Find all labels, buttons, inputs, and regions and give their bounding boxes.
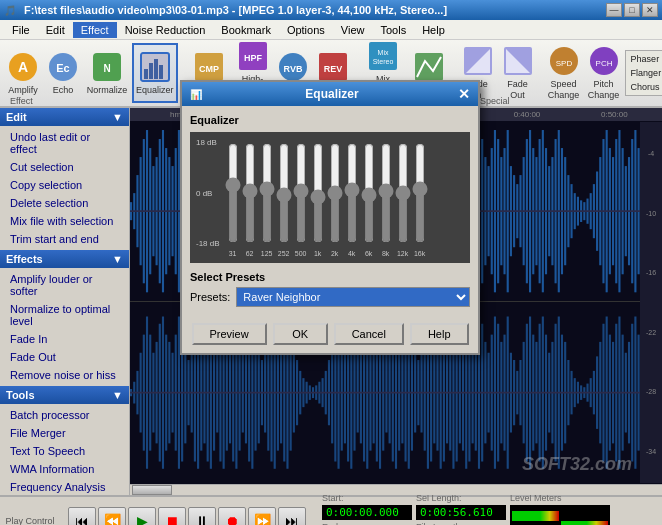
eq-freq-31: 31 [226, 250, 240, 257]
horizontal-scrollbar[interactable] [130, 484, 662, 495]
ruler-0-40: 0:40:00 [483, 110, 570, 119]
tool-pitch-change[interactable]: PCH PitchChange [585, 43, 623, 103]
svg-text:REV: REV [324, 64, 343, 74]
eq-slider-12khz[interactable] [396, 143, 410, 243]
db-label-6: -34 [640, 448, 662, 455]
sidebar-section-effects[interactable]: Effects ▼ [0, 250, 129, 268]
sidebar-item-fade-out[interactable]: Fade Out [0, 348, 129, 366]
tool-equalizer[interactable]: Equalizer [132, 43, 178, 103]
tool-pitch-change-label: PitchChange [588, 79, 620, 101]
sidebar-item-undo[interactable]: Undo last edit or effect [0, 128, 129, 158]
eq-freq-62: 62 [243, 250, 257, 257]
tool-normalize[interactable]: N Normalize [84, 43, 130, 103]
cancel-button[interactable]: Cancel [334, 323, 404, 345]
tool-speed-change[interactable]: SPD SpeedChange [545, 43, 583, 103]
db-label-3: -16 [640, 269, 662, 276]
presets-row: Presets: Raver Neighbor [190, 287, 470, 307]
sidebar-item-batch[interactable]: Batch processor [0, 406, 129, 424]
eq-slider-500hz[interactable] [294, 143, 308, 243]
tool-amplify[interactable]: A Amplify [4, 43, 42, 103]
close-button[interactable]: ✕ [642, 3, 658, 17]
tool-fade-out[interactable]: FadeOut [499, 43, 537, 103]
menu-view[interactable]: View [333, 22, 373, 38]
sidebar-item-mix[interactable]: Mix file with selection [0, 212, 129, 230]
preview-button[interactable]: Preview [192, 323, 267, 345]
level-meters-display [510, 505, 610, 525]
eq-slider-2khz[interactable] [328, 143, 342, 243]
effect-flanger[interactable]: Flanger [628, 67, 662, 79]
ok-button[interactable]: OK [273, 323, 328, 345]
sidebar-item-noise[interactable]: Remove noise or hiss [0, 366, 129, 384]
dialog-title-text: Equalizer [305, 87, 358, 101]
fade-out-icon [502, 45, 534, 77]
eq-slider-125hz[interactable] [260, 143, 274, 243]
eq-slider-1khz[interactable] [311, 143, 325, 243]
sidebar-item-fade-in[interactable]: Fade In [0, 330, 129, 348]
menu-bookmark[interactable]: Bookmark [213, 22, 279, 38]
transport-pause[interactable]: ⏸ [188, 507, 216, 525]
special-effects-panel: Phaser Flanger Chorus [625, 50, 662, 96]
sidebar-section-edit-icon: ▼ [112, 111, 123, 123]
svg-rect-10 [159, 65, 163, 79]
menu-options[interactable]: Options [279, 22, 333, 38]
eq-slider-16khz[interactable] [413, 143, 427, 243]
sidebar-item-copy[interactable]: Copy selection [0, 176, 129, 194]
tool-fade-out-label: FadeOut [507, 79, 528, 101]
eq-slider-252hz[interactable] [277, 143, 291, 243]
sidebar-item-tts[interactable]: Text To Speech [0, 442, 129, 460]
transport-end[interactable]: ⏭ [278, 507, 306, 525]
scroll-thumb[interactable] [132, 485, 172, 495]
maximize-button[interactable]: □ [624, 3, 640, 17]
transport-record[interactable]: ⏺ [218, 507, 246, 525]
transport-start[interactable]: ⏮ [68, 507, 96, 525]
eq-slider-62hz[interactable] [243, 143, 257, 243]
sidebar-item-delete[interactable]: Delete selection [0, 194, 129, 212]
title-bar: 🎵 F:\test files\audio video\mp3\03-01.mp… [0, 0, 662, 20]
normalize-icon: N [91, 51, 123, 83]
sidebar-item-wma[interactable]: WMA Information [0, 460, 129, 478]
menu-effect[interactable]: Effect [73, 22, 117, 38]
eq-slider-6khz[interactable] [362, 143, 376, 243]
transport-rewind[interactable]: ⏪ [98, 507, 126, 525]
compressor-icon: CMP [193, 51, 225, 83]
menu-file[interactable]: File [4, 22, 38, 38]
transport-play[interactable]: ▶ [128, 507, 156, 525]
tool-speed-change-label: SpeedChange [548, 79, 580, 101]
sidebar-tools-items: Batch processor File Merger Text To Spee… [0, 404, 129, 495]
effect-phaser[interactable]: Phaser [628, 53, 662, 65]
equalizer-icon [139, 51, 171, 83]
transport-forward[interactable]: ⏩ [248, 507, 276, 525]
dialog-close-button[interactable]: ✕ [458, 86, 470, 102]
eq-db-bot: -18 dB [196, 239, 220, 248]
minimize-button[interactable]: — [606, 3, 622, 17]
menu-edit[interactable]: Edit [38, 22, 73, 38]
sidebar-item-fft[interactable]: Frequency Analysis (FFT) [0, 478, 129, 495]
eq-freq-2k: 2k [328, 250, 342, 257]
menu-tools[interactable]: Tools [372, 22, 414, 38]
db-label-2: -10 [640, 210, 662, 217]
eq-slider-8khz[interactable] [379, 143, 393, 243]
menu-help[interactable]: Help [414, 22, 453, 38]
menu-noise-reduction[interactable]: Noise Reduction [117, 22, 214, 38]
sidebar-edit-items: Undo last edit or effect Cut selection C… [0, 126, 129, 250]
menu-bar: File Edit Effect Noise Reduction Bookmar… [0, 20, 662, 40]
sidebar-item-trim[interactable]: Trim start and end [0, 230, 129, 248]
eq-slider-4khz[interactable] [345, 143, 359, 243]
window-title: F:\test files\audio video\mp3\03-01.mp3 … [20, 4, 606, 16]
sidebar-section-tools[interactable]: Tools ▼ [0, 386, 129, 404]
sidebar-item-amplify[interactable]: Amplify louder or softer [0, 270, 129, 300]
sidebar-item-normalize[interactable]: Normalize to optimal level [0, 300, 129, 330]
eq-freq-8k: 8k [379, 250, 393, 257]
eq-slider-31hz[interactable] [226, 143, 240, 243]
eq-freq-125: 125 [260, 250, 274, 257]
tool-echo[interactable]: Ec Echo [44, 43, 82, 103]
help-button[interactable]: Help [410, 323, 469, 345]
transport-stop[interactable]: ⏹ [158, 507, 186, 525]
sidebar-item-cut[interactable]: Cut selection [0, 158, 129, 176]
sidebar-section-edit[interactable]: Edit ▼ [0, 108, 129, 126]
sidebar-item-merger[interactable]: File Merger [0, 424, 129, 442]
svg-rect-9 [154, 59, 158, 79]
effect-chorus[interactable]: Chorus [628, 81, 662, 93]
tool-normalize-label: Normalize [87, 85, 128, 96]
presets-select[interactable]: Raver Neighbor [236, 287, 470, 307]
